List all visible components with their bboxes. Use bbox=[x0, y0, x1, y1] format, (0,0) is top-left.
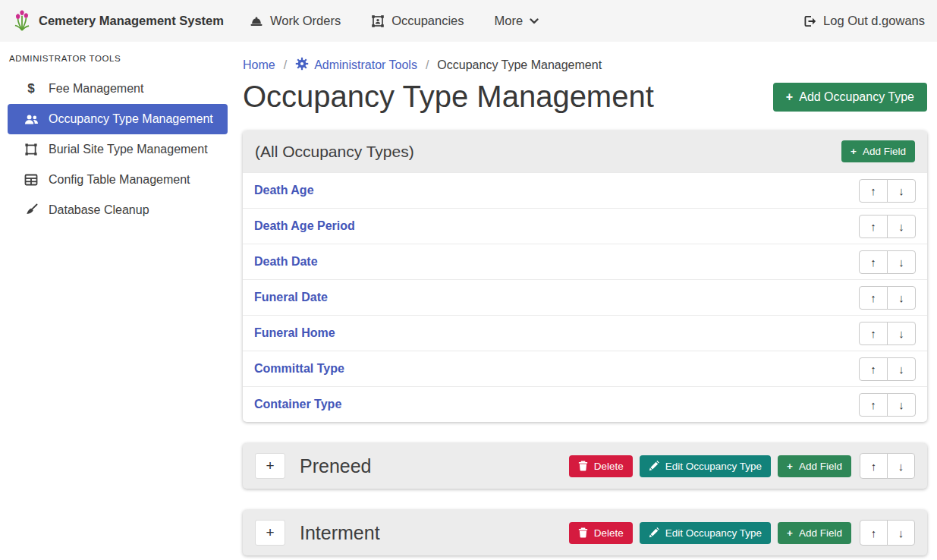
move-down-button[interactable]: ↓ bbox=[887, 453, 915, 479]
add-field-label: Add Field bbox=[799, 461, 842, 472]
edit-occupancy-type-label: Edit Occupancy Type bbox=[665, 461, 762, 472]
field-row: Death Age Period ↑ ↓ bbox=[243, 208, 927, 244]
move-down-button[interactable]: ↓ bbox=[887, 286, 916, 310]
breadcrumb: Home / Administrator Tools / Occupa bbox=[243, 57, 927, 74]
nav-occupancies-label: Occupancies bbox=[391, 14, 464, 28]
sidebar-heading: ADMINISTRATOR TOOLS bbox=[9, 54, 235, 63]
move-up-button[interactable]: ↑ bbox=[859, 215, 888, 238]
delete-button[interactable]: Delete bbox=[569, 455, 633, 477]
reorder-buttons: ↑ ↓ bbox=[859, 250, 916, 274]
add-field-label: Add Field bbox=[799, 527, 842, 539]
move-down-button[interactable]: ↓ bbox=[887, 393, 916, 417]
nav-occupancies[interactable]: Occupancies bbox=[371, 14, 464, 28]
main-content: Home / Administrator Tools / Occupa bbox=[235, 42, 937, 560]
add-occupancy-type-button[interactable]: + Add Occupancy Type bbox=[773, 83, 927, 112]
logout-label: Log Out d.gowans bbox=[823, 14, 925, 28]
move-up-button[interactable]: ↑ bbox=[859, 286, 888, 310]
field-link-funeral-date[interactable]: Funeral Date bbox=[254, 291, 328, 304]
nav-work-orders-label: Work Orders bbox=[270, 14, 341, 28]
nav-work-orders[interactable]: Work Orders bbox=[250, 14, 341, 28]
all-occupancy-types-card: (All Occupancy Types) + Add Field Death … bbox=[243, 131, 927, 422]
field-row: Death Age ↑ ↓ bbox=[243, 172, 927, 208]
field-row: Container Type ↑ ↓ bbox=[243, 386, 927, 422]
sidebar-item-config-table-management[interactable]: Config Table Management bbox=[8, 165, 228, 195]
expand-button[interactable]: + bbox=[255, 453, 285, 479]
breadcrumb-separator: / bbox=[284, 58, 287, 72]
delete-label: Delete bbox=[594, 527, 624, 539]
sidebar-item-occupancy-type-management[interactable]: Occupancy Type Management bbox=[8, 104, 228, 134]
main-nav: Work Orders Occupancies More bbox=[250, 14, 539, 28]
move-up-button[interactable]: ↑ bbox=[860, 520, 888, 546]
reorder-buttons: ↑ ↓ bbox=[859, 357, 916, 381]
field-link-container-type[interactable]: Container Type bbox=[254, 398, 341, 411]
plus-icon: + bbox=[787, 527, 793, 539]
move-up-button[interactable]: ↑ bbox=[859, 250, 888, 274]
sidebar-item-label: Occupancy Type Management bbox=[49, 112, 213, 126]
section-title: Preneed bbox=[300, 455, 372, 477]
app-title: Cemetery Management System bbox=[39, 14, 224, 28]
sign-out-icon bbox=[803, 14, 816, 28]
plus-icon: + bbox=[851, 146, 857, 157]
edit-occupancy-type-button[interactable]: Edit Occupancy Type bbox=[640, 455, 771, 477]
move-down-button[interactable]: ↓ bbox=[887, 322, 916, 345]
delete-button[interactable]: Delete bbox=[569, 522, 633, 544]
reorder-buttons: ↑ ↓ bbox=[859, 215, 916, 238]
field-link-death-age[interactable]: Death Age bbox=[254, 184, 314, 197]
sidebar-item-burial-site-type-management[interactable]: Burial Site Type Management bbox=[8, 134, 228, 165]
add-field-button[interactable]: + Add Field bbox=[778, 455, 851, 477]
move-up-button[interactable]: ↑ bbox=[859, 179, 888, 203]
occupancy-type-section-interment: + Interment Delete bbox=[243, 510, 927, 555]
move-down-button[interactable]: ↓ bbox=[887, 215, 916, 238]
reorder-buttons: ↑ ↓ bbox=[859, 286, 916, 310]
broom-icon bbox=[23, 203, 39, 217]
app-brand[interactable]: Cemetery Management System bbox=[12, 8, 224, 34]
move-up-button[interactable]: ↑ bbox=[860, 453, 888, 479]
add-field-button[interactable]: + Add Field bbox=[841, 140, 915, 162]
breadcrumb-admin-tools-link[interactable]: Administrator Tools bbox=[295, 57, 417, 74]
plus-icon: + bbox=[786, 90, 793, 104]
nav-more[interactable]: More bbox=[495, 14, 539, 28]
move-down-button[interactable]: ↓ bbox=[887, 520, 915, 546]
add-field-label: Add Field bbox=[863, 146, 906, 157]
move-down-button[interactable]: ↓ bbox=[887, 179, 916, 203]
sidebar-item-label: Database Cleanup bbox=[49, 203, 149, 217]
occupancy-type-section-preneed: + Preneed Delete bbox=[243, 443, 927, 489]
field-row: Death Date ↑ ↓ bbox=[243, 244, 927, 279]
expand-button[interactable]: + bbox=[255, 520, 285, 546]
top-navbar: Cemetery Management System Work Orders bbox=[0, 0, 937, 42]
logout-button[interactable]: Log Out d.gowans bbox=[803, 14, 925, 28]
field-link-funeral-home[interactable]: Funeral Home bbox=[254, 326, 335, 340]
move-up-button[interactable]: ↑ bbox=[859, 393, 888, 417]
field-link-death-age-period[interactable]: Death Age Period bbox=[254, 219, 355, 233]
breadcrumb-admin-tools-label: Administrator Tools bbox=[314, 58, 417, 72]
breadcrumb-home-label: Home bbox=[243, 58, 275, 72]
gear-icon bbox=[295, 57, 309, 74]
pencil-icon bbox=[649, 527, 659, 538]
field-link-committal-type[interactable]: Committal Type bbox=[254, 362, 344, 376]
dollar-icon: $ bbox=[23, 81, 39, 96]
edit-occupancy-type-label: Edit Occupancy Type bbox=[665, 527, 762, 539]
all-occupancy-types-header: (All Occupancy Types) + Add Field bbox=[243, 131, 927, 172]
trash-icon bbox=[578, 527, 588, 538]
move-up-button[interactable]: ↑ bbox=[859, 322, 888, 345]
field-row: Funeral Date ↑ ↓ bbox=[243, 279, 927, 315]
chevron-down-icon bbox=[530, 18, 539, 24]
breadcrumb-separator: / bbox=[426, 58, 429, 72]
trash-icon bbox=[578, 461, 588, 471]
sidebar-item-fee-management[interactable]: $ Fee Management bbox=[8, 74, 228, 104]
field-link-death-date[interactable]: Death Date bbox=[254, 255, 318, 269]
move-down-button[interactable]: ↓ bbox=[887, 250, 916, 274]
breadcrumb-home-link[interactable]: Home bbox=[243, 58, 275, 72]
reorder-buttons: ↑ ↓ bbox=[859, 322, 916, 345]
edit-occupancy-type-button[interactable]: Edit Occupancy Type bbox=[640, 522, 771, 544]
add-field-button[interactable]: + Add Field bbox=[778, 522, 851, 544]
portrait-frame-icon bbox=[371, 14, 385, 28]
sidebar-item-database-cleanup[interactable]: Database Cleanup bbox=[8, 195, 228, 225]
tulip-logo-icon bbox=[12, 8, 32, 34]
move-up-button[interactable]: ↑ bbox=[859, 357, 888, 381]
sidebar-item-label: Burial Site Type Management bbox=[49, 143, 208, 156]
move-down-button[interactable]: ↓ bbox=[887, 357, 916, 381]
reorder-buttons: ↑ ↓ bbox=[860, 520, 915, 546]
field-row: Funeral Home ↑ ↓ bbox=[243, 315, 927, 351]
reorder-buttons: ↑ ↓ bbox=[859, 179, 916, 203]
